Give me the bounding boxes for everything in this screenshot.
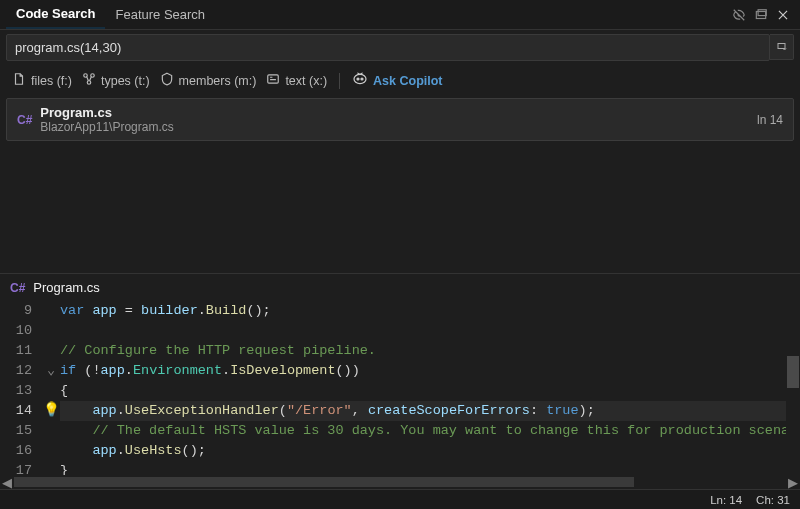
status-col: Ch: 31 <box>756 494 790 506</box>
svg-point-9 <box>361 78 363 80</box>
preview-hidden-icon[interactable] <box>728 4 750 26</box>
filter-members[interactable]: members (m:) <box>160 72 257 89</box>
editor-filename: Program.cs <box>33 280 99 295</box>
result-line: ln 14 <box>757 113 783 127</box>
fold-chevron-icon[interactable]: ⌄ <box>47 361 55 381</box>
ask-copilot[interactable]: Ask Copilot <box>352 71 442 90</box>
close-icon[interactable] <box>772 4 794 26</box>
result-path: BlazorApp11\Program.cs <box>40 120 749 134</box>
members-icon <box>160 72 174 89</box>
filter-types-label: types (t:) <box>101 74 150 88</box>
scroll-left-icon[interactable]: ◀ <box>0 475 14 489</box>
svg-rect-1 <box>758 9 766 15</box>
svg-point-7 <box>354 74 366 83</box>
filter-members-label: members (m:) <box>179 74 257 88</box>
csharp-badge-icon: C# <box>17 113 32 127</box>
filter-types[interactable]: types (t:) <box>82 72 150 89</box>
divider <box>339 73 340 89</box>
svg-point-8 <box>357 78 359 80</box>
types-icon <box>82 72 96 89</box>
lightbulb-icon[interactable]: 💡 <box>43 401 60 421</box>
code-editor[interactable]: 9var app = builder.Build(); 10 11// Conf… <box>0 301 800 475</box>
svg-point-5 <box>87 81 91 85</box>
copilot-icon <box>352 71 368 90</box>
vertical-scrollbar[interactable] <box>786 301 800 475</box>
filter-files-label: files (f:) <box>31 74 72 88</box>
editor-tab[interactable]: C# Program.cs <box>0 273 800 301</box>
search-input[interactable] <box>6 34 770 61</box>
search-dropdown-button[interactable] <box>770 34 794 60</box>
tab-feature-search[interactable]: Feature Search <box>105 1 215 28</box>
svg-rect-2 <box>778 44 785 49</box>
ask-copilot-label: Ask Copilot <box>373 74 442 88</box>
csharp-badge-icon: C# <box>10 281 25 295</box>
filter-text-label: text (x:) <box>285 74 327 88</box>
status-line: Ln: 14 <box>710 494 742 506</box>
tab-code-search[interactable]: Code Search <box>6 0 105 29</box>
text-icon <box>266 72 280 89</box>
horizontal-scrollbar[interactable]: ◀ ▶ <box>0 475 800 489</box>
filter-files[interactable]: files (f:) <box>12 72 72 89</box>
scroll-right-icon[interactable]: ▶ <box>786 475 800 489</box>
dock-icon[interactable] <box>750 4 772 26</box>
result-filename: Program.cs <box>40 105 749 120</box>
filter-text[interactable]: text (x:) <box>266 72 327 89</box>
file-icon <box>12 72 26 89</box>
search-result-row[interactable]: C# Program.cs BlazorApp11\Program.cs ln … <box>6 98 794 141</box>
